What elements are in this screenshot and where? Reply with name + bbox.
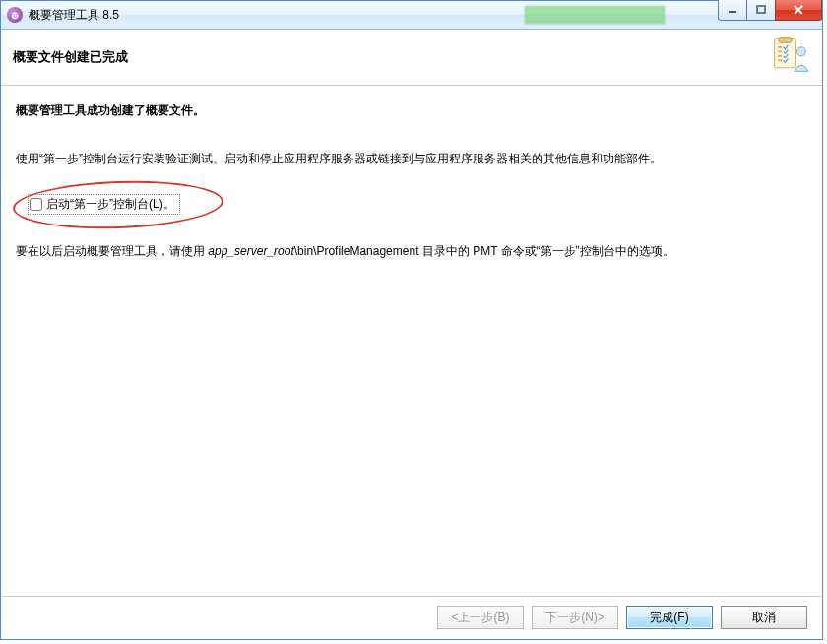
- back-button: <上一步(B): [437, 606, 524, 629]
- page-title: 概要文件创建已完成: [13, 48, 128, 66]
- launch-first-steps-label: 启动“第一步”控制台(L)。: [46, 196, 175, 213]
- launch-first-steps-checkbox[interactable]: [30, 198, 42, 211]
- instruction-text-2-pre: 要在以后启动概要管理工具，请使用: [16, 244, 208, 258]
- app-server-root-path: app_server_root: [208, 244, 293, 258]
- window-title: 概要管理工具 8.5: [29, 7, 119, 24]
- next-button: 下一步(N)>: [532, 606, 618, 629]
- wizard-button-bar: <上一步(B) 下一步(N)> 完成(F) 取消: [2, 596, 821, 638]
- wizard-header: 概要文件创建已完成: [1, 30, 822, 86]
- instruction-text-2-post: \bin\ProfileManagement 目录中的 PMT 命令或“第一步”…: [294, 244, 674, 258]
- maximize-icon: [756, 5, 766, 15]
- instruction-text-1: 使用“第一步”控制台运行安装验证测试、启动和停止应用程序服务器或链接到与应用程序…: [16, 150, 807, 168]
- header-icon: [771, 37, 810, 77]
- finish-button[interactable]: 完成(F): [626, 606, 713, 629]
- maximize-button[interactable]: [746, 0, 776, 21]
- wizard-window: ⊕ 概要管理工具 8.5 概要文件创建已完成: [0, 0, 823, 640]
- title-bar: ⊕ 概要管理工具 8.5: [1, 1, 822, 30]
- svg-rect-1: [757, 6, 765, 13]
- launch-first-steps-option[interactable]: 启动“第一步”控制台(L)。: [28, 194, 180, 215]
- instruction-text-2: 要在以后启动概要管理工具，请使用 app_server_root\bin\Pro…: [16, 242, 807, 261]
- app-icon: ⊕: [7, 7, 23, 23]
- close-button[interactable]: [775, 0, 822, 21]
- svg-rect-0: [729, 11, 736, 13]
- minimize-icon: [728, 5, 737, 15]
- clipboard-person-icon: [771, 33, 810, 77]
- wizard-content: 概要管理工具成功创建了概要文件。 使用“第一步”控制台运行安装验证测试、启动和停…: [2, 86, 821, 596]
- window-controls: [719, 0, 822, 20]
- cancel-button[interactable]: 取消: [721, 606, 807, 629]
- svg-point-4: [796, 47, 805, 56]
- redaction-strip: [525, 6, 665, 24]
- svg-rect-3: [779, 38, 792, 43]
- success-message: 概要管理工具成功创建了概要文件。: [16, 101, 807, 120]
- close-icon: [793, 5, 804, 15]
- minimize-button[interactable]: [718, 0, 747, 21]
